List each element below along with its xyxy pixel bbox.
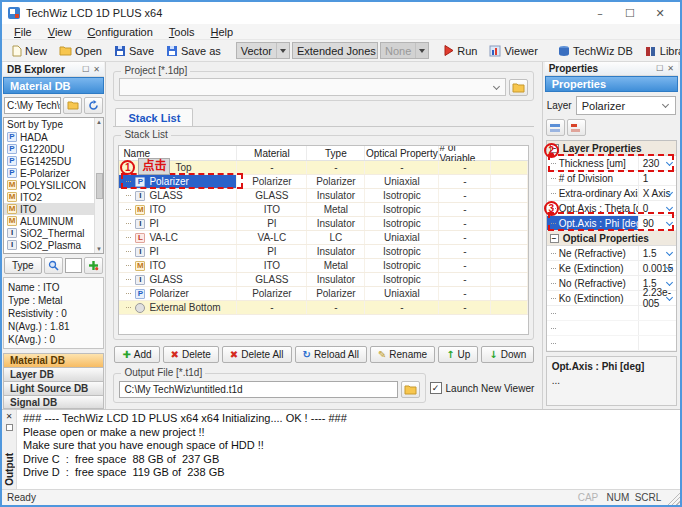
console-pin-icon[interactable] — [6, 424, 13, 431]
list-item[interactable]: PEG1425DU — [4, 155, 103, 167]
tab-stack-list[interactable]: Stack List — [115, 108, 193, 126]
menu-configuration[interactable]: Configuration — [79, 26, 160, 38]
list-item[interactable]: PE-Polarizer — [4, 167, 103, 179]
output-file-input[interactable]: C:\My TechWiz\untitled.t1d — [119, 381, 397, 398]
vector-combo[interactable]: Vector — [236, 42, 290, 59]
table-row[interactable]: IPI PI Insulator Isotropic - — [119, 217, 528, 231]
chevron-down-icon[interactable] — [666, 159, 673, 166]
viewer-button[interactable]: Viewer — [484, 44, 542, 58]
list-item[interactable]: PG1220DU — [4, 143, 103, 155]
open-button[interactable]: Open — [54, 44, 107, 58]
sort-categorized-button[interactable] — [546, 119, 565, 136]
scroll-thumb[interactable] — [96, 173, 103, 199]
search-button[interactable] — [44, 257, 63, 274]
table-row[interactable]: PPolarizer Polarizer Polarizer Uniaxial … — [119, 287, 528, 301]
collapse-minus-icon[interactable]: − — [550, 234, 559, 243]
description-body: ... — [552, 374, 671, 388]
up-button[interactable]: ↑Up — [438, 346, 478, 363]
rename-button[interactable]: ✎Rename — [370, 346, 435, 363]
filter-input[interactable] — [65, 258, 82, 273]
table-row-external-bottom[interactable]: External Bottom - - - - — [119, 301, 528, 315]
menu-tools[interactable]: Tools — [161, 26, 203, 38]
tab-layer-db[interactable]: Layer DB — [3, 367, 104, 381]
close-panel-icon[interactable]: ✕ — [667, 64, 674, 73]
pin-icon[interactable]: ☐ — [656, 64, 663, 73]
list-item-selected[interactable]: MITO — [4, 203, 103, 215]
add-button[interactable]: ✚Add — [114, 346, 159, 363]
chevron-down-icon[interactable] — [666, 204, 673, 211]
save-button[interactable]: Save — [109, 44, 159, 58]
property-row-thickness[interactable]: Thickness [um] 230 — [547, 156, 676, 171]
tab-signal-db[interactable]: Signal DB — [3, 395, 104, 409]
launch-viewer-checkbox[interactable]: ✓ — [430, 382, 442, 394]
console-tab-label[interactable]: Output — [4, 453, 15, 486]
scroll-up-icon[interactable]: ▲ — [96, 119, 102, 125]
property-row-opt-axis-theta[interactable]: 3 Opt.Axis : Theta [d... 0 — [547, 201, 676, 216]
chevron-down-icon[interactable] — [666, 249, 673, 256]
sort-alphabetical-button[interactable] — [567, 119, 586, 136]
console-close-icon[interactable]: ✕ — [6, 412, 13, 421]
db-path-combo[interactable]: C:\My Tech\ — [4, 97, 61, 114]
delete-button[interactable]: ✖Delete — [163, 346, 219, 363]
minimize-icon[interactable]: – — [585, 3, 615, 23]
categorized-icon — [549, 123, 561, 133]
table-row[interactable]: MITO ITO Metal Isotropic - — [119, 259, 528, 273]
save-as-button[interactable]: Save as — [161, 44, 226, 58]
output-browse-button[interactable] — [401, 381, 420, 398]
library-button[interactable]: Library — [640, 44, 682, 58]
menu-file[interactable]: File — [6, 26, 40, 38]
list-item[interactable]: MITO2 — [4, 191, 103, 203]
table-row-polarizer-selected[interactable]: PPolarizer Polarizer Polarizer Uniaxial … — [119, 175, 528, 189]
list-item[interactable]: ISiO2_Thermal — [4, 227, 103, 239]
menu-view[interactable]: View — [40, 26, 80, 38]
list-scrollbar[interactable]: ▲▼ — [94, 118, 103, 253]
menu-help[interactable]: Help — [203, 26, 242, 38]
table-row[interactable]: IPI PI Insulator Isotropic - — [119, 245, 528, 259]
chevron-down-icon[interactable] — [666, 219, 673, 226]
section-layer-properties[interactable]: 2 − Layer Properties — [547, 141, 676, 156]
chevron-down-icon[interactable] — [666, 279, 673, 286]
new-button[interactable]: New — [6, 44, 52, 58]
reload-icon: ↻ — [303, 349, 311, 360]
table-row[interactable]: LVA-LC VA-LC LC Uniaxial - — [119, 231, 528, 245]
list-item[interactable]: PHADA — [4, 131, 103, 143]
reload-all-button[interactable]: ↻Reload All — [295, 346, 367, 363]
refresh-button[interactable] — [84, 97, 103, 114]
list-item[interactable]: MPOLYSILICON — [4, 179, 103, 191]
add-material-button[interactable] — [84, 257, 103, 274]
section-optical-properties[interactable]: − Optical Properties — [547, 231, 676, 246]
tab-material-db[interactable]: Material DB — [3, 353, 104, 367]
resize-grip[interactable] — [666, 491, 680, 505]
list-item[interactable]: MALUMINUM — [4, 215, 103, 227]
delete-all-button[interactable]: ✖Delete All — [222, 346, 292, 363]
table-row[interactable]: MITO ITO Metal Isotropic - — [119, 203, 528, 217]
table-row[interactable]: IGLASS GLASS Insulator Isotropic - — [119, 273, 528, 287]
project-combo[interactable] — [119, 78, 506, 96]
property-row-ko[interactable]: Ko (Extinction) 2.23e-005 — [547, 291, 676, 306]
maximize-icon[interactable]: ☐ — [615, 3, 645, 23]
run-button[interactable]: Run — [439, 44, 482, 58]
sort-by-type-label[interactable]: Sort by Type — [4, 118, 103, 131]
property-row-extraordinary-axis[interactable]: Extra-ordinary Axis X Axis — [547, 186, 676, 201]
property-row-opt-axis-phi-selected[interactable]: Opt.Axis : Phi [deg] 90 — [547, 216, 676, 231]
col-type: Type — [307, 146, 365, 160]
property-row-ne[interactable]: Ne (Refractive) 1.5 — [547, 246, 676, 261]
chevron-down-icon[interactable] — [276, 43, 289, 58]
table-row-top[interactable]: 1 点击 Top - - - - — [119, 161, 528, 175]
table-row[interactable]: IGLASS GLASS Insulator Isotropic - — [119, 189, 528, 203]
pin-icon[interactable]: ☐ — [82, 65, 89, 74]
property-row-ke[interactable]: Ke (Extinction) 0.0015 — [547, 261, 676, 276]
techwiz-db-button[interactable]: TechWiz DB — [553, 44, 638, 58]
type-button[interactable]: Type — [4, 257, 42, 274]
close-icon[interactable]: ✕ — [645, 3, 675, 23]
scroll-down-icon[interactable]: ▼ — [96, 246, 102, 252]
browse-folder-button[interactable] — [63, 97, 82, 114]
method-combo[interactable]: Extended Jones — [292, 42, 378, 59]
property-row-division[interactable]: # of Division 1 — [547, 171, 676, 186]
down-button[interactable]: ↓Down — [481, 346, 534, 363]
layer-combo[interactable]: Polarizer — [576, 96, 676, 115]
close-panel-icon[interactable]: ✕ — [93, 65, 100, 74]
project-browse-button[interactable] — [509, 79, 528, 96]
list-item[interactable]: ISiO2_Plasma — [4, 239, 103, 251]
tab-light-source-db[interactable]: Light Source DB — [3, 381, 104, 395]
